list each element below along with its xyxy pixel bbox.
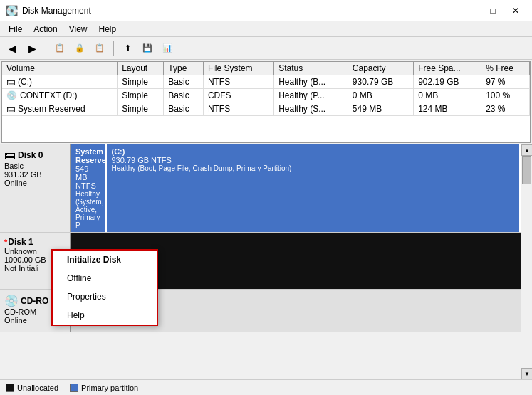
cell-capacity: 930.79 GB [348,75,413,89]
toolbar-btn-5[interactable]: 💾 [138,39,157,58]
context-menu: Initialize DiskOfflinePropertiesHelp [51,249,158,326]
main-area: Volume Layout Type File System Status Ca… [0,60,532,379]
volume-table-panel: Volume Layout Type File System Status Ca… [1,61,531,143]
cell-free: 902.19 GB [414,75,481,89]
disk0-name: Disk 0 [18,150,43,160]
legend-unallocated-label: Unallocated [17,384,58,392]
window-title: Disk Management [22,6,91,16]
toolbar-back[interactable]: ◀ [3,39,21,58]
col-layout: Layout [118,62,164,75]
col-capacity: Capacity [348,62,413,75]
col-volume: Volume [2,62,118,75]
table-row[interactable]: 🖴System Reserved Simple Basic NTFS Healt… [2,102,530,116]
col-pct: % Free [481,62,530,75]
legend-primary-label: Primary partition [81,384,138,392]
cell-fs: CDFS [203,89,273,102]
cell-capacity: 549 MB [348,102,413,116]
window-controls: — □ ✕ [459,4,526,18]
disk0-row: 🖴 Disk 0 Basic 931.32 GB Online System R… [0,144,521,233]
cell-volume: 🖴(C:) [2,75,118,89]
cell-free: 124 MB [414,102,481,116]
toolbar-btn-6[interactable]: 📊 [158,39,177,58]
table-row[interactable]: 🖴(C:) Simple Basic NTFS Healthy (B... 93… [2,75,530,89]
cdrom-icon: 💿 [4,294,19,307]
cell-layout: Simple [118,75,164,89]
disk0-part1-name: System Reserved [75,147,101,164]
disk0-size: 931.32 GB [4,170,66,179]
menu-bar: File Action View Help [0,21,532,37]
app-icon: 💽 [6,5,18,16]
disk0-part2-name: (C:) [111,147,515,156]
disk0-partitions: System Reserved 549 MB NTFS Healthy (Sys… [71,144,521,232]
cell-type: Basic [164,89,204,102]
menu-help[interactable]: Help [93,23,122,36]
cell-type: Basic [164,102,204,116]
disk0-partition-c[interactable]: (C:) 930.79 GB NTFS Healthy (Boot, Page … [107,144,521,232]
disk-view-scrollbar[interactable]: ▲ ▼ [521,144,532,379]
cell-pct: 23 % [481,102,530,116]
disk0-status: Online [4,179,66,187]
col-free: Free Spa... [414,62,481,75]
cell-layout: Simple [118,89,164,102]
cell-status: Healthy (B... [274,75,348,89]
cell-type: Basic [164,75,204,89]
menu-file[interactable]: File [3,23,28,36]
toolbar-sep-2 [113,41,114,56]
toolbar-btn-2[interactable]: 🔒 [71,39,89,58]
col-fs: File System [203,62,273,75]
disk0-type: Basic [4,162,66,170]
toolbar-btn-4[interactable]: ⬆ [118,39,137,58]
disk0-partition-system-reserved[interactable]: System Reserved 549 MB NTFS Healthy (Sys… [71,144,107,232]
disk1-asterisk: * [4,238,7,246]
context-menu-item-0[interactable]: Initialize Disk [53,251,157,269]
disk0-part1-size: 549 MB NTFS [75,164,101,190]
cell-volume: 💿CONTEXT (D:) [2,89,118,102]
menu-view[interactable]: View [63,23,93,36]
toolbar-sep-1 [46,41,46,56]
toolbar-btn-1[interactable]: 📋 [51,39,69,58]
cell-pct: 97 % [481,75,530,89]
cell-free: 0 MB [414,89,481,102]
disk0-part2-size: 930.79 GB NTFS [111,156,515,164]
col-type: Type [164,62,204,75]
cell-volume: 🖴System Reserved [2,102,118,116]
cdrom-name: CD-RO [21,296,48,306]
scroll-track[interactable] [521,156,532,368]
cell-capacity: 0 MB [348,89,413,102]
context-menu-item-2[interactable]: Properties [53,288,157,306]
disk1-name: Disk 1 [8,237,33,247]
cell-layout: Simple [118,102,164,116]
toolbar-btn-3[interactable]: 📋 [90,39,109,58]
cell-status: Healthy (P... [274,89,348,102]
scroll-down-btn[interactable]: ▼ [521,368,532,379]
toolbar-forward[interactable]: ▶ [23,39,41,58]
col-status: Status [274,62,348,75]
legend-unallocated: Unallocated [6,384,58,392]
legend-primary: Primary partition [70,384,138,392]
toolbar: ◀ ▶ 📋 🔒 📋 ⬆ 💾 📊 [0,37,532,60]
disk0-part1-info: Healthy (System, Active, Primary P [75,190,101,229]
menu-action[interactable]: Action [28,23,63,36]
maximize-button[interactable]: □ [482,4,504,18]
title-bar: 💽 Disk Management — □ ✕ [0,0,532,21]
status-bar: Unallocated Primary partition [0,379,532,395]
legend-primary-box [70,384,78,392]
disk0-label: 🖴 Disk 0 Basic 931.32 GB Online [0,144,71,232]
table-row[interactable]: 💿CONTEXT (D:) Simple Basic CDFS Healthy … [2,89,530,102]
cell-status: Healthy (S... [274,102,348,116]
scroll-thumb[interactable] [522,156,531,184]
cell-fs: NTFS [203,75,273,89]
scroll-up-btn[interactable]: ▲ [521,144,532,156]
minimize-button[interactable]: — [459,4,481,18]
context-menu-item-3[interactable]: Help [53,306,157,325]
disk0-part2-info: Healthy (Boot, Page File, Crash Dump, Pr… [111,164,515,172]
cell-fs: NTFS [203,102,273,116]
legend-unallocated-box [6,384,14,392]
context-menu-item-1[interactable]: Offline [53,269,157,288]
close-button[interactable]: ✕ [505,4,526,18]
disk0-icon: 🖴 [4,149,16,162]
cell-pct: 100 % [481,89,530,102]
volume-table: Volume Layout Type File System Status Ca… [2,62,530,116]
